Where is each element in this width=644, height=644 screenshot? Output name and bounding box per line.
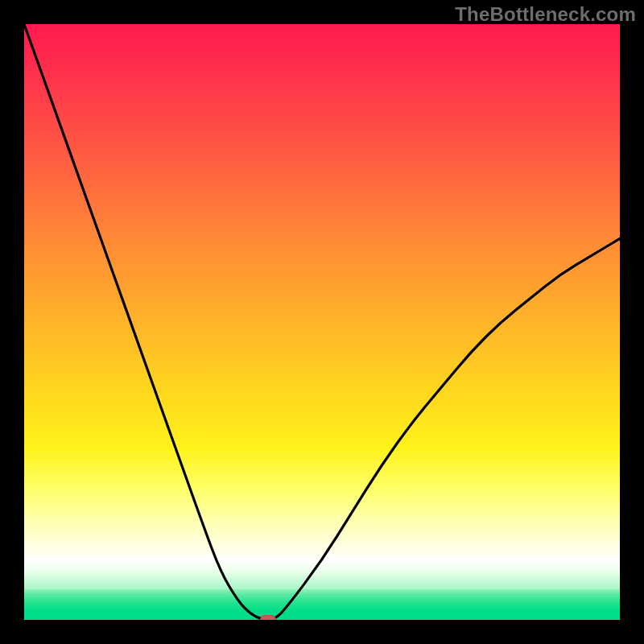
optimal-marker: [260, 615, 276, 620]
watermark-text: TheBottleneck.com: [455, 3, 636, 26]
plot-area: [24, 24, 620, 620]
outer-frame: TheBottleneck.com: [0, 0, 644, 644]
bottleneck-curve: [24, 24, 620, 620]
